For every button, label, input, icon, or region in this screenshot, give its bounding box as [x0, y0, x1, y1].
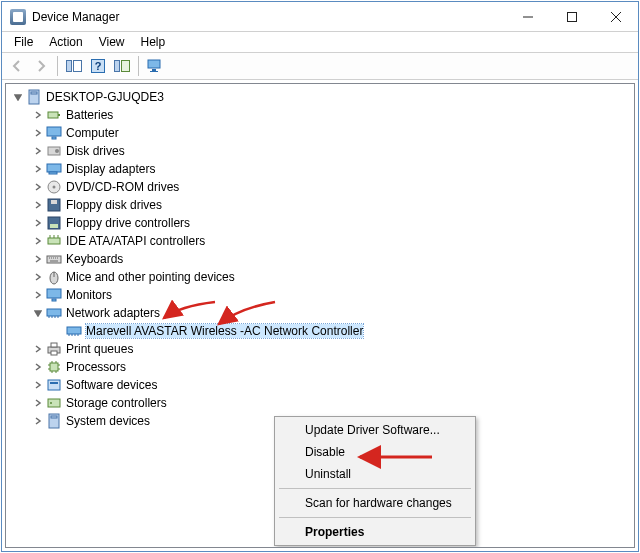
back-button[interactable]	[6, 55, 28, 77]
keyboard-icon	[46, 251, 62, 267]
chevron-down-icon[interactable]	[32, 307, 44, 319]
svg-rect-1	[67, 61, 72, 72]
cdrom-icon	[46, 179, 62, 195]
menu-action[interactable]: Action	[41, 33, 90, 51]
ctx-disable[interactable]: Disable	[277, 441, 473, 463]
svg-rect-31	[52, 299, 56, 301]
chevron-right-icon[interactable]	[32, 127, 44, 139]
tree-item-floppy[interactable]: Floppy disk drives	[8, 196, 632, 214]
tree-root[interactable]: DESKTOP-GJUQDE3	[8, 88, 632, 106]
tree-item-label: Mice and other pointing devices	[66, 270, 235, 284]
device-manager-window: Device Manager File Action View Help ? D…	[1, 1, 639, 552]
ide-icon	[46, 233, 62, 249]
tree-item-wireless-controller[interactable]: Marevell AVASTAR Wireless -AC Network Co…	[8, 322, 632, 340]
maximize-button[interactable]	[550, 2, 594, 32]
menu-view[interactable]: View	[91, 33, 133, 51]
menu-help[interactable]: Help	[133, 33, 174, 51]
toolbar-sep	[138, 56, 139, 76]
svg-rect-0	[568, 12, 577, 21]
svg-rect-19	[49, 172, 57, 174]
tree-item-storage-controllers[interactable]: Storage controllers	[8, 394, 632, 412]
svg-rect-2	[74, 61, 82, 72]
tree-item-batteries[interactable]: Batteries	[8, 106, 632, 124]
svg-rect-33	[67, 327, 81, 334]
svg-rect-9	[150, 71, 158, 72]
tree-item-monitors[interactable]: Monitors	[8, 286, 632, 304]
minimize-button[interactable]	[506, 2, 550, 32]
tree-item-label: DVD/CD-ROM drives	[66, 180, 179, 194]
chevron-right-icon[interactable]	[32, 289, 44, 301]
tree-item-computer[interactable]: Computer	[8, 124, 632, 142]
tree-item-network-adapters[interactable]: Network adapters	[8, 304, 632, 322]
window-title: Device Manager	[32, 10, 506, 24]
tree-item-label: Marevell AVASTAR Wireless -AC Network Co…	[86, 324, 363, 338]
toolbar: ?	[2, 52, 638, 80]
svg-rect-38	[48, 380, 60, 390]
tree-item-label: Keyboards	[66, 252, 123, 266]
svg-rect-8	[152, 69, 156, 71]
menu-file[interactable]: File	[6, 33, 41, 51]
chevron-right-icon[interactable]	[32, 199, 44, 211]
svg-rect-39	[50, 382, 58, 384]
chevron-right-icon[interactable]	[32, 271, 44, 283]
tree-item-processors[interactable]: Processors	[8, 358, 632, 376]
svg-rect-43	[51, 416, 57, 418]
ctx-scan-hardware[interactable]: Scan for hardware changes	[277, 492, 473, 514]
tree-item-label: Storage controllers	[66, 396, 167, 410]
svg-rect-35	[51, 343, 57, 347]
show-hide-tree-button[interactable]	[63, 55, 85, 77]
tree-item-ide[interactable]: IDE ATA/ATAPI controllers	[8, 232, 632, 250]
chevron-right-icon[interactable]	[32, 253, 44, 265]
tree-item-label: Floppy disk drives	[66, 198, 162, 212]
tree-item-keyboards[interactable]: Keyboards	[8, 250, 632, 268]
tree-item-software-devices[interactable]: Software devices	[8, 376, 632, 394]
ctx-properties[interactable]: Properties	[277, 521, 473, 543]
floppy-icon	[46, 197, 62, 213]
chevron-right-icon[interactable]	[32, 181, 44, 193]
tree-item-mice[interactable]: Mice and other pointing devices	[8, 268, 632, 286]
chevron-right-icon[interactable]	[32, 109, 44, 121]
tree-item-disk-drives[interactable]: Disk drives	[8, 142, 632, 160]
svg-rect-40	[48, 399, 60, 407]
chevron-right-icon[interactable]	[32, 361, 44, 373]
tree-item-label: Print queues	[66, 342, 133, 356]
software-icon	[46, 377, 62, 393]
svg-rect-30	[47, 289, 61, 298]
tree-item-floppy-controllers[interactable]: Floppy drive controllers	[8, 214, 632, 232]
chevron-right-icon[interactable]	[32, 343, 44, 355]
svg-rect-15	[52, 137, 56, 139]
svg-rect-18	[47, 164, 61, 172]
chevron-right-icon[interactable]	[32, 235, 44, 247]
ctx-update-driver[interactable]: Update Driver Software...	[277, 419, 473, 441]
tree-item-display-adapters[interactable]: Display adapters	[8, 160, 632, 178]
tree-pane[interactable]: DESKTOP-GJUQDE3 Batteries Computer Disk …	[5, 83, 635, 548]
chevron-right-icon[interactable]	[32, 163, 44, 175]
chevron-down-icon[interactable]	[12, 91, 24, 103]
tree-item-label: Display adapters	[66, 162, 155, 176]
storage-icon	[46, 395, 62, 411]
chevron-right-icon[interactable]	[32, 145, 44, 157]
help-button[interactable]: ?	[87, 55, 109, 77]
printer-icon	[46, 341, 62, 357]
chevron-right-icon[interactable]	[32, 415, 44, 427]
toolbar-sep	[57, 56, 58, 76]
forward-button[interactable]	[30, 55, 52, 77]
network-card-icon	[66, 323, 82, 339]
tree-item-print-queues[interactable]: Print queues	[8, 340, 632, 358]
chevron-right-icon[interactable]	[32, 397, 44, 409]
svg-point-21	[53, 186, 56, 189]
chevron-right-icon[interactable]	[32, 217, 44, 229]
ctx-uninstall[interactable]: Uninstall	[277, 463, 473, 485]
close-button[interactable]	[594, 2, 638, 32]
tree-item-dvd-cdrom[interactable]: DVD/CD-ROM drives	[8, 178, 632, 196]
tree-item-label: Monitors	[66, 288, 112, 302]
display-adapter-icon	[46, 161, 62, 177]
chevron-right-icon[interactable]	[32, 379, 44, 391]
svg-rect-36	[51, 351, 57, 355]
disk-icon	[46, 143, 62, 159]
scan-hardware-button[interactable]	[111, 55, 133, 77]
svg-rect-32	[47, 309, 61, 316]
monitor-icon	[46, 287, 62, 303]
show-devices-button[interactable]	[144, 55, 166, 77]
svg-rect-12	[48, 112, 58, 118]
